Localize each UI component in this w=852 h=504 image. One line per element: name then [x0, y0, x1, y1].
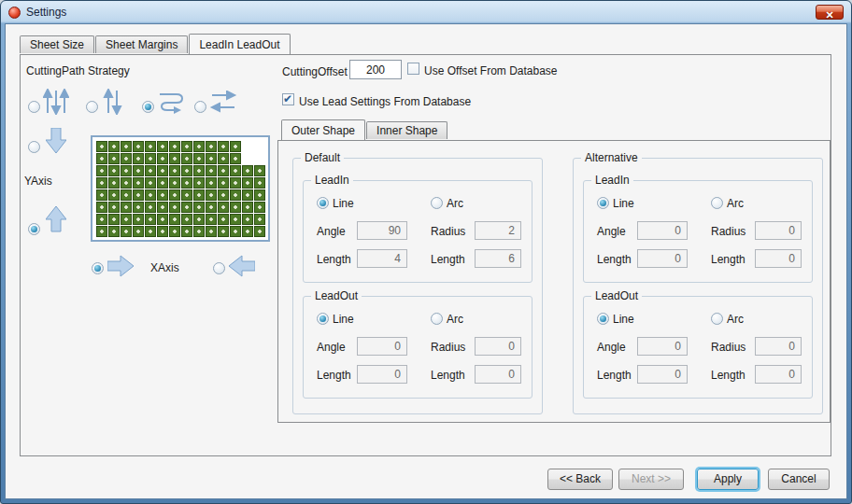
strategy-horizontal-serpentine-radio[interactable]: [142, 101, 154, 113]
part-cell: [254, 202, 265, 213]
arc-radio-label: Arc: [447, 197, 463, 210]
part-cell: [218, 202, 229, 213]
use-offset-checkbox[interactable]: [407, 63, 419, 75]
part-cell: [121, 153, 132, 164]
part-cell: [96, 153, 107, 164]
radius-input[interactable]: [755, 221, 802, 240]
part-cell: [181, 214, 192, 225]
angle-input[interactable]: [637, 221, 688, 240]
length-label: Length: [597, 253, 632, 266]
section-title: LeadOut: [311, 289, 362, 302]
line-radio[interactable]: [317, 197, 329, 209]
arc-radio[interactable]: [431, 313, 443, 325]
leadin-section: LeadIn Line Arc Angle Radius Length Leng…: [583, 180, 813, 283]
back-button[interactable]: << Back: [547, 469, 613, 490]
tab-inner-shape[interactable]: Inner Shape: [366, 121, 447, 139]
default-group: Default LeadIn Line Arc Angle Radius Len…: [292, 158, 543, 414]
angle-input[interactable]: [637, 337, 688, 356]
parts-grid: [96, 141, 265, 237]
tab-outer-shape[interactable]: Outer Shape: [281, 119, 365, 140]
part-cell: [230, 153, 241, 164]
xaxis-label: XAxis: [150, 261, 179, 274]
part-cell: [206, 214, 217, 225]
strategy-vertical-updown-radio[interactable]: [86, 101, 98, 113]
arc-radio[interactable]: [711, 197, 723, 209]
strategy-vertical-serpentine-radio[interactable]: [28, 101, 40, 113]
alternative-group-title: Alternative: [581, 151, 642, 164]
part-cell: [145, 214, 156, 225]
length-input-2[interactable]: [475, 365, 521, 384]
tab-leadin-leadout[interactable]: LeadIn LeadOut: [189, 34, 290, 54]
cutting-offset-input[interactable]: [349, 60, 402, 79]
part-cell: [193, 153, 205, 164]
y-down-radio[interactable]: [28, 141, 40, 153]
settings-window: Settings ✕ Sheet Size Sheet Margins Lead…: [0, 0, 852, 504]
vertical-serpentine-icon: [43, 89, 69, 115]
part-cell: [157, 165, 168, 176]
x-right-radio[interactable]: [92, 262, 104, 274]
up-arrow-icon: [46, 206, 66, 232]
line-radio[interactable]: [597, 313, 609, 325]
part-cell: [193, 214, 205, 225]
part-cell: [121, 141, 132, 152]
use-lead-checkbox[interactable]: [282, 93, 294, 105]
length-label-2: Length: [431, 253, 465, 266]
line-radio-label: Line: [333, 197, 354, 210]
x-left-radio[interactable]: [213, 262, 225, 274]
y-up-radio[interactable]: [28, 223, 40, 235]
next-button[interactable]: Next >>: [618, 469, 684, 490]
part-cell: [206, 153, 217, 164]
parts-preview: [91, 135, 270, 242]
part-cell: [230, 189, 241, 201]
length-input-2[interactable]: [755, 365, 802, 384]
shape-tabs: Outer Shape Inner Shape: [281, 119, 448, 139]
radius-input[interactable]: [475, 221, 521, 240]
length-label-2: Length: [431, 369, 465, 382]
length-input-2[interactable]: [755, 249, 802, 268]
close-button[interactable]: ✕: [816, 5, 844, 20]
length-input[interactable]: [357, 365, 407, 384]
apply-button[interactable]: Apply: [697, 469, 759, 490]
length-label-2: Length: [711, 369, 746, 382]
radius-label: Radius: [711, 225, 746, 238]
radius-input[interactable]: [755, 337, 802, 356]
part-cell: [108, 177, 120, 189]
part-cell: [254, 226, 265, 237]
arc-radio[interactable]: [431, 197, 443, 209]
angle-input[interactable]: [357, 337, 407, 356]
line-radio[interactable]: [317, 313, 329, 325]
radius-input[interactable]: [475, 337, 521, 356]
tab-sheet-margins[interactable]: Sheet Margins: [95, 35, 188, 53]
angle-input[interactable]: [357, 221, 407, 240]
part-cell: [133, 214, 144, 225]
part-cell: [242, 177, 253, 189]
part-cell: [181, 141, 192, 152]
part-cell: [169, 141, 180, 152]
part-cell: [157, 177, 168, 189]
cancel-button[interactable]: Cancel: [768, 469, 830, 490]
part-cell: [181, 202, 192, 213]
length-label: Length: [317, 253, 351, 266]
use-lead-checkbox-label: Use Lead Settings From Database: [299, 95, 471, 108]
line-radio[interactable]: [597, 197, 609, 209]
part-cell: [230, 202, 241, 213]
length-input-2[interactable]: [475, 249, 521, 268]
arc-radio[interactable]: [711, 313, 723, 325]
angle-label: Angle: [317, 341, 346, 354]
length-label: Length: [597, 369, 632, 382]
part-cell: [157, 226, 168, 237]
part-cell: [121, 202, 132, 213]
part-cell: [242, 202, 253, 213]
main-tabs: Sheet Size Sheet Margins LeadIn LeadOut: [20, 34, 291, 53]
tab-sheet-size[interactable]: Sheet Size: [20, 35, 94, 53]
length-input[interactable]: [357, 249, 407, 268]
part-cell: [242, 214, 253, 225]
part-cell: [157, 189, 168, 201]
outer-shape-page: Default LeadIn Line Arc Angle Radius Len…: [277, 140, 831, 423]
length-input[interactable]: [637, 249, 688, 268]
length-label: Length: [317, 369, 351, 382]
length-label-2: Length: [711, 253, 746, 266]
length-input[interactable]: [637, 365, 688, 384]
leadin-section: LeadIn Line Arc Angle Radius Length Leng…: [303, 180, 532, 283]
strategy-horizontal-loop-radio[interactable]: [194, 101, 206, 113]
